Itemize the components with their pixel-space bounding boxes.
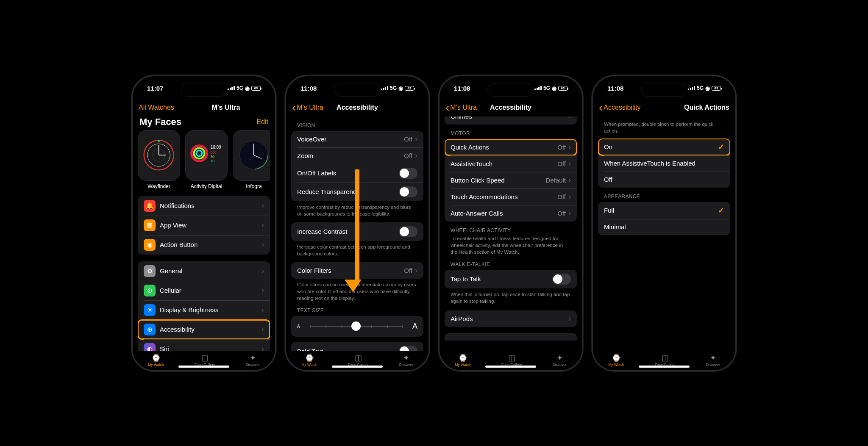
check-icon: ✓ <box>718 206 724 215</box>
tap-to-talk-row: Tap to Talk <box>445 270 577 288</box>
watch-icon: ⌚ <box>612 354 621 362</box>
chevron-icon: › <box>568 176 571 185</box>
vision-header: VISION <box>297 122 423 128</box>
siri-row[interactable]: ◐Siri› <box>138 339 270 351</box>
tab-my-watch[interactable]: ⌚My Watch <box>301 354 317 367</box>
face-wayfinder[interactable]: Wayfinder <box>138 130 180 189</box>
phone-4-quick-actions: 11:08 5G ◉ 63 Accessibility Quick Action… <box>592 75 737 371</box>
signal-icon <box>688 86 695 90</box>
watch-icon: ⌚ <box>151 354 161 362</box>
appearance-minimal[interactable]: Minimal <box>598 219 730 235</box>
bell-icon: 🔔 <box>144 200 156 212</box>
option-on[interactable]: On✓ <box>598 139 730 155</box>
home-indicator[interactable] <box>639 366 690 368</box>
large-a-icon: A <box>412 322 417 331</box>
walkie-talkie-header: WALKIE-TALKIE <box>451 261 577 267</box>
auto-answer-row[interactable]: Auto-Answer CallsOff› <box>445 205 577 222</box>
all-watches-button[interactable]: All Watches <box>139 104 174 111</box>
tap-to-talk-note: When this is turned on, tap once to star… <box>451 291 571 305</box>
chevron-icon: › <box>568 314 571 323</box>
check-icon: ✓ <box>718 142 724 152</box>
assistivetouch-row[interactable]: AssistiveTouchOff› <box>445 155 577 172</box>
bold-text-toggle[interactable] <box>399 346 417 350</box>
reduce-transparency-toggle[interactable] <box>399 186 417 197</box>
small-a-icon: A <box>297 324 300 329</box>
chevron-icon: › <box>415 151 417 160</box>
notifications-row[interactable]: 🔔Notifications› <box>138 196 270 216</box>
settings-group-2: ⚙General› ⊙Cellular› ☀Display & Brightne… <box>138 261 270 351</box>
chevron-icon: › <box>568 143 571 152</box>
compass-icon: ✦ <box>556 354 563 362</box>
partial-row[interactable] <box>445 333 577 341</box>
display-brightness-row[interactable]: ☀Display & Brightness› <box>138 300 270 320</box>
chevron-icon: › <box>568 116 571 121</box>
general-row[interactable]: ⚙General› <box>138 261 270 281</box>
nav-title: M's Ultra <box>211 104 240 111</box>
home-indicator[interactable] <box>332 366 383 368</box>
siri-icon: ◐ <box>144 343 156 351</box>
watch-icon: ⌚ <box>458 354 467 362</box>
cellular-icon: ⊙ <box>144 285 156 296</box>
home-indicator[interactable] <box>178 366 229 368</box>
watch-faces-carousel[interactable]: Wayfinder 10:095003010 Activity Digital … <box>138 130 270 189</box>
network-label: 5G <box>697 85 704 91</box>
tab-my-watch[interactable]: ⌚My Watch <box>608 354 624 367</box>
phone-1-my-watch: 11:07 5G ◉ 63 All Watches M's Ultra My F… <box>131 75 276 371</box>
voiceover-row[interactable]: VoiceOverOff› <box>291 131 423 147</box>
wheelchair-note: To enable health and fitness features de… <box>451 235 571 255</box>
chimes-row[interactable]: Chimes› <box>445 116 577 125</box>
action-icon: ◉ <box>144 239 156 251</box>
tab-my-watch[interactable]: ⌚My Watch <box>148 354 164 367</box>
tab-face-gallery[interactable]: ◫Face Gallery <box>348 354 368 367</box>
nav-bar: M's Ultra Accessibility <box>286 100 428 116</box>
face-infograph[interactable]: Infogra <box>233 130 270 189</box>
back-button[interactable]: Accessibility <box>599 104 640 111</box>
airpods-row[interactable]: AirPods› <box>445 310 577 327</box>
text-size-slider[interactable] <box>303 326 409 327</box>
tap-to-talk-toggle[interactable] <box>552 274 571 285</box>
zoom-row[interactable]: ZoomOff› <box>291 147 423 164</box>
dynamic-island <box>181 83 227 97</box>
onoff-labels-toggle[interactable] <box>399 168 417 179</box>
gallery-icon: ◫ <box>662 354 669 362</box>
face-activity[interactable]: 10:095003010 Activity Digital <box>185 130 228 189</box>
app-view-row[interactable]: ▦App View› <box>138 216 270 235</box>
status-time: 11:07 <box>147 85 163 92</box>
tab-my-watch[interactable]: ⌚My Watch <box>455 354 470 367</box>
tab-face-gallery[interactable]: ◫Face Gallery <box>195 354 215 367</box>
chevron-icon: › <box>415 135 417 144</box>
option-off[interactable]: Off <box>598 172 730 188</box>
tab-discover[interactable]: ✦Discover <box>553 354 567 367</box>
accessibility-row[interactable]: ⊕Accessibility› <box>138 320 270 339</box>
signal-icon <box>381 86 388 90</box>
battery-icon: 63 <box>405 86 414 91</box>
back-button[interactable]: M's Ultra <box>292 104 323 111</box>
tab-face-gallery[interactable]: ◫Face Gallery <box>655 354 675 367</box>
tab-face-gallery[interactable]: ◫Face Gallery <box>501 354 522 367</box>
back-button[interactable]: M's Ultra <box>445 104 477 111</box>
home-indicator[interactable] <box>485 366 536 368</box>
status-time: 11:08 <box>454 85 470 92</box>
cellular-row[interactable]: ⊙Cellular› <box>138 281 270 300</box>
appearance-full[interactable]: Full✓ <box>598 202 730 219</box>
tab-discover[interactable]: ✦Discover <box>706 354 720 367</box>
action-button-row[interactable]: ◉Action Button› <box>138 235 270 255</box>
quick-actions-row[interactable]: Quick ActionsOff› <box>445 139 577 155</box>
edit-button[interactable]: Edit <box>256 118 268 126</box>
svg-point-5 <box>158 140 160 142</box>
touch-accommodations-row[interactable]: Touch AccommodationsOff› <box>445 188 577 205</box>
svg-point-8 <box>197 151 202 156</box>
network-label: 5G <box>236 85 243 91</box>
gallery-icon: ◫ <box>355 354 362 362</box>
gear-icon: ⚙ <box>144 265 156 277</box>
scroll-down-arrow <box>351 169 364 292</box>
bold-text-row: Bold Text <box>291 342 423 350</box>
increase-contrast-toggle[interactable] <box>399 226 417 237</box>
button-click-speed-row[interactable]: Button Click SpeedDefault› <box>445 172 577 188</box>
option-when-assistivetouch[interactable]: When AssistiveTouch is Enabled <box>598 155 730 172</box>
tab-discover[interactable]: ✦Discover <box>399 354 413 367</box>
battery-icon: 63 <box>251 86 261 91</box>
compass-icon: ✦ <box>250 354 256 362</box>
quick-actions-note: When prompted, double pinch to perform t… <box>604 121 724 134</box>
tab-discover[interactable]: ✦Discover <box>246 354 260 367</box>
